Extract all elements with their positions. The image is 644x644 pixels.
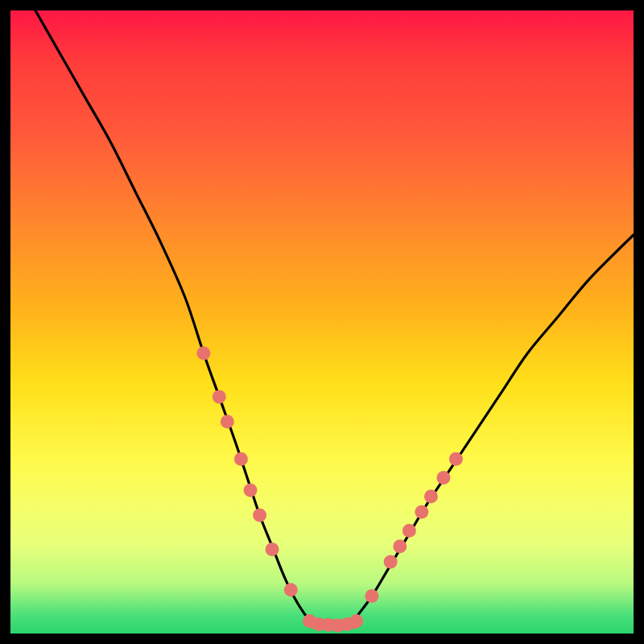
data-point — [234, 452, 248, 466]
data-point — [384, 555, 398, 568]
marker-group — [196, 346, 462, 632]
data-point — [196, 346, 210, 360]
plot-area — [10, 10, 634, 634]
data-point — [393, 539, 407, 553]
data-point — [365, 589, 378, 603]
data-point — [349, 614, 363, 628]
data-point — [213, 390, 226, 403]
data-point — [253, 508, 266, 522]
data-point — [449, 452, 463, 466]
data-point — [243, 483, 257, 497]
data-point — [415, 506, 428, 519]
chart-frame: TheBottleneck.com — [0, 0, 644, 644]
curve-layer — [10, 10, 634, 634]
data-point — [402, 524, 416, 538]
data-point — [436, 471, 450, 485]
data-point — [221, 415, 234, 428]
data-point — [284, 583, 298, 597]
data-point — [266, 543, 279, 556]
data-point — [424, 489, 438, 503]
left-curve — [35, 10, 310, 621]
